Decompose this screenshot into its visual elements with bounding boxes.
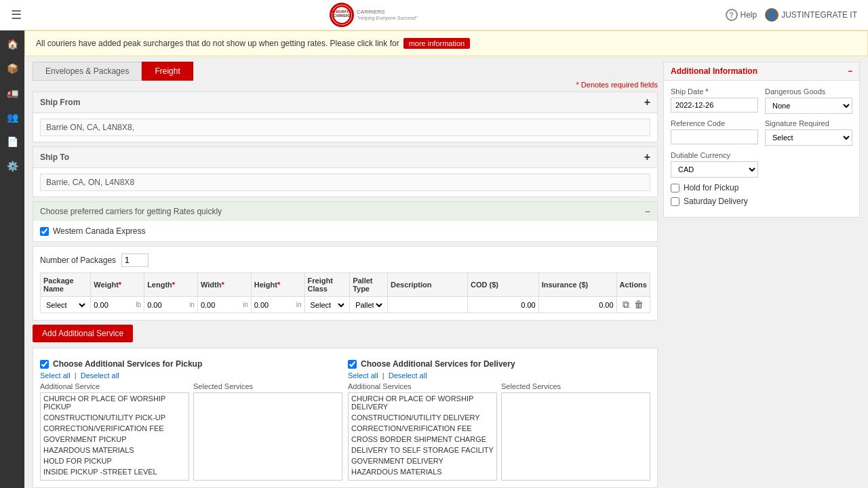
- user-button[interactable]: 👤 JUSTINTEGRATE IT: [765, 8, 857, 22]
- pickup-services-checkbox[interactable]: [40, 360, 49, 369]
- list-item[interactable]: CORRECTION/VERIFICATION FEE: [349, 423, 496, 434]
- pickup-services-label: Choose Additional Services for Pickup: [53, 359, 202, 369]
- delivery-services-checkbox[interactable]: [348, 360, 357, 369]
- additional-info-body: Ship Date * Dangerous Goods None Class 1…: [664, 81, 859, 217]
- left-panel: Envelopes & Packages Freight * Denotes r…: [33, 62, 658, 488]
- content-area: Envelopes & Packages Freight * Denotes r…: [24, 56, 868, 488]
- list-item[interactable]: CROSS BORDER SHIPMENT CHARGE: [349, 434, 496, 445]
- freight-class-select[interactable]: Select: [308, 300, 347, 310]
- hold-for-pickup-label: Hold for Pickup: [684, 183, 738, 192]
- hold-for-pickup-checkbox[interactable]: [671, 184, 679, 192]
- carriers-header[interactable]: Choose preferred carriers for getting Ra…: [33, 202, 657, 221]
- pickup-services-header: Choose Additional Services for Pickup: [40, 359, 342, 369]
- reference-code-input[interactable]: [671, 129, 758, 144]
- additional-info-section: Additional Information − Ship Date *: [663, 62, 860, 218]
- delivery-services-col: Choose Additional Services for Delivery …: [348, 359, 650, 481]
- list-item[interactable]: CHURCH OR PLACE OF WORSHIP DELIVERY: [349, 393, 496, 412]
- header-right: ? Help 👤 JUSTINTEGRATE IT: [726, 8, 857, 22]
- ship-from-header[interactable]: Ship From +: [33, 92, 657, 113]
- form-row-1: Ship Date * Dangerous Goods None Class 1…: [671, 87, 852, 114]
- banner-link[interactable]: more information: [403, 38, 471, 49]
- reference-code-label: Reference Code: [671, 119, 758, 127]
- list-item[interactable]: GOVERNMENT DELIVERY: [349, 455, 496, 466]
- ship-to-input[interactable]: [40, 174, 650, 191]
- cod-input[interactable]: [471, 301, 536, 309]
- list-item[interactable]: DELIVERY TO SELF STORAGE FACILITY: [349, 445, 496, 455]
- packages-header: Number of Packages: [40, 253, 650, 267]
- delete-row-icon[interactable]: 🗑: [634, 299, 644, 310]
- width-unit: in: [243, 301, 248, 308]
- col-width: Width*: [197, 273, 251, 297]
- pickup-deselect-all-link[interactable]: Deselect all: [81, 371, 119, 380]
- list-item[interactable]: HOLD FOR PICKUP: [41, 455, 189, 466]
- sidebar-home-icon[interactable]: 🏠: [4, 36, 20, 52]
- logo-text: CARRIERS "Helping Everyone Succeed": [357, 9, 417, 20]
- help-button[interactable]: ? Help: [726, 9, 757, 21]
- sidebar-freight-icon[interactable]: 🚛: [4, 85, 20, 101]
- pallet-type-select[interactable]: Pallet: [353, 300, 384, 310]
- saturday-delivery-checkbox[interactable]: [671, 197, 679, 206]
- pickup-available-listbox[interactable]: CHURCH OR PLACE OF WORSHIP PICKUP CONSTR…: [40, 392, 189, 481]
- height-input[interactable]: [254, 301, 295, 309]
- ship-from-input[interactable]: [40, 119, 650, 136]
- delivery-deselect-all-link[interactable]: Deselect all: [389, 371, 427, 380]
- ship-to-body: [33, 168, 657, 197]
- delivery-select-all-link[interactable]: Select all: [348, 371, 378, 380]
- list-item[interactable]: CONSTRUCTION/UTILITY DELIVERY: [349, 412, 496, 423]
- list-item[interactable]: CHURCH OR PLACE OF WORSHIP PICKUP: [41, 393, 189, 412]
- carrier-western-canada-checkbox[interactable]: [40, 227, 49, 236]
- insurance-input[interactable]: [542, 301, 614, 309]
- list-item[interactable]: GOVERNMENT PICKUP: [41, 434, 189, 445]
- list-item[interactable]: INSIDE DELIVERY -STREET LEVEL: [349, 477, 496, 481]
- user-label: JUSTINTEGRATE IT: [781, 10, 857, 20]
- additional-info-title: Additional Information: [671, 66, 757, 76]
- dutiable-currency-select[interactable]: CAD USD: [671, 161, 758, 178]
- svg-text:CARRIERS: CARRIERS: [334, 14, 350, 18]
- cell-cod: [468, 297, 539, 313]
- pickup-services-sub: Additional Service CHURCH OR PLACE OF WO…: [40, 382, 342, 481]
- description-input[interactable]: [391, 301, 465, 309]
- banner: All couriers have added peak surcharges …: [24, 30, 868, 56]
- additional-info-header[interactable]: Additional Information −: [664, 62, 859, 81]
- col-insurance: Insurance ($): [538, 273, 616, 297]
- carrier-western-canada-label: Western Canada Express: [53, 226, 146, 236]
- packages-count-input[interactable]: [121, 253, 149, 267]
- cell-length: in: [144, 297, 198, 313]
- cell-weight: lb: [91, 297, 144, 313]
- dangerous-goods-select[interactable]: None Class 1 Class 2 Class 3: [765, 98, 852, 114]
- list-item[interactable]: HAZARDOUS MATERIALS: [41, 445, 189, 455]
- length-input[interactable]: [147, 301, 188, 309]
- sidebar-users-icon[interactable]: 👥: [4, 109, 20, 125]
- delivery-selected-listbox[interactable]: [501, 392, 650, 481]
- list-item[interactable]: CORRECTION/VERIFICATION FEE: [41, 423, 189, 434]
- weight-input[interactable]: [94, 301, 134, 309]
- list-item[interactable]: HAZARDOUS MATERIALS: [349, 466, 496, 477]
- delivery-available-listbox[interactable]: CHURCH OR PLACE OF WORSHIP DELIVERY CONS…: [348, 392, 497, 481]
- ship-date-input[interactable]: [671, 98, 758, 113]
- list-item[interactable]: LIFT-GATE SERVICE PICKUP: [41, 477, 189, 481]
- tab-freight[interactable]: Freight: [142, 62, 193, 81]
- saturday-delivery-group: Saturday Delivery: [671, 197, 852, 206]
- logo: INTEGRATED CARRIERS CARRIERS "Helping Ev…: [330, 3, 417, 27]
- list-item[interactable]: CONSTRUCTION/UTILITY PICK-UP: [41, 412, 189, 423]
- pickup-select-all-link[interactable]: Select all: [40, 371, 71, 380]
- sidebar-packages-icon[interactable]: 📦: [4, 60, 20, 77]
- sidebar-settings-icon[interactable]: ⚙️: [4, 158, 20, 174]
- spacer-group: [765, 151, 852, 178]
- banner-text: All couriers have added peak surcharges …: [36, 39, 399, 48]
- tab-envelopes-packages[interactable]: Envelopes & Packages: [33, 62, 142, 81]
- signature-required-group: Signature Required Select Yes No: [765, 119, 852, 146]
- ship-to-label: Ship To: [40, 152, 69, 162]
- cell-freight-class: Select: [304, 297, 350, 313]
- package-name-select[interactable]: Select: [43, 300, 87, 310]
- signature-required-select[interactable]: Select Yes No: [765, 129, 852, 146]
- add-additional-service-button[interactable]: Add Additional Service: [33, 325, 133, 342]
- duplicate-row-icon[interactable]: ⧉: [623, 299, 629, 310]
- width-input[interactable]: [201, 301, 241, 309]
- sidebar-docs-icon[interactable]: 📄: [4, 134, 20, 150]
- ship-to-header[interactable]: Ship To +: [33, 147, 657, 168]
- hamburger-icon[interactable]: ☰: [11, 7, 22, 22]
- table-row: Select lb: [41, 297, 650, 313]
- pickup-selected-listbox[interactable]: [193, 392, 342, 481]
- list-item[interactable]: INSIDE PICKUP -STREET LEVEL: [41, 466, 189, 477]
